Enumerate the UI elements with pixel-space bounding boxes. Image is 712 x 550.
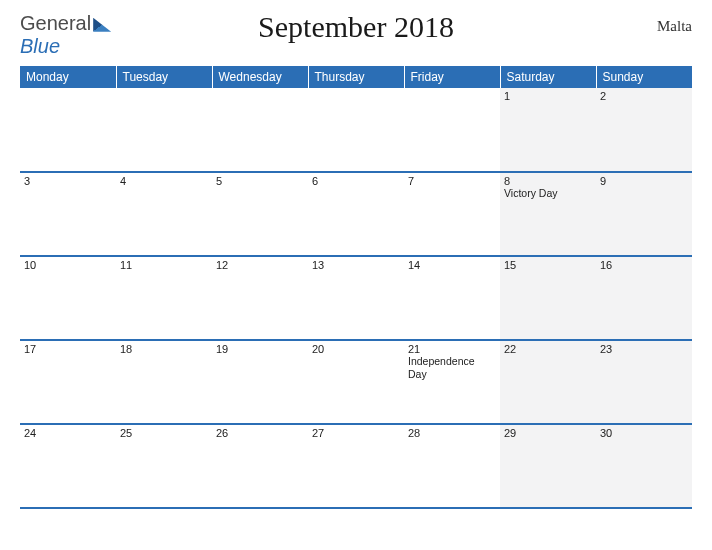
day-number: 11: [120, 259, 208, 271]
calendar-week-row: 1718192021Independence Day2223: [20, 340, 692, 424]
calendar-title: September 2018: [20, 10, 692, 44]
calendar-day-cell: 5: [212, 172, 308, 256]
day-number: 5: [216, 175, 304, 187]
day-number: 30: [600, 427, 688, 439]
calendar-day-cell: 16: [596, 256, 692, 340]
calendar-day-cell: 11: [116, 256, 212, 340]
day-number: 1: [504, 90, 592, 102]
weekday-header: Sunday: [596, 66, 692, 88]
calendar-day-cell: 29: [500, 424, 596, 508]
calendar-day-cell: [212, 88, 308, 172]
calendar-week-row: 12: [20, 88, 692, 172]
calendar-day-cell: 24: [20, 424, 116, 508]
day-event: Independence Day: [408, 355, 496, 380]
calendar-day-cell: 10: [20, 256, 116, 340]
day-number: 15: [504, 259, 592, 271]
calendar-grid: MondayTuesdayWednesdayThursdayFridaySatu…: [20, 66, 692, 509]
calendar-day-cell: 30: [596, 424, 692, 508]
calendar-week-row: 24252627282930: [20, 424, 692, 508]
calendar-day-cell: 20: [308, 340, 404, 424]
day-number: 29: [504, 427, 592, 439]
weekday-header: Monday: [20, 66, 116, 88]
calendar-day-cell: 8Victory Day: [500, 172, 596, 256]
calendar-day-cell: 7: [404, 172, 500, 256]
day-number: 9: [600, 175, 688, 187]
calendar-day-cell: 23: [596, 340, 692, 424]
day-number: 8: [504, 175, 592, 187]
calendar-body: 12345678Victory Day910111213141516171819…: [20, 88, 692, 508]
day-number: 23: [600, 343, 688, 355]
day-number: 6: [312, 175, 400, 187]
calendar-header: General Blue September 2018 Malta: [20, 10, 692, 60]
calendar-day-cell: 25: [116, 424, 212, 508]
day-number: 24: [24, 427, 112, 439]
calendar-day-cell: [116, 88, 212, 172]
weekday-header: Friday: [404, 66, 500, 88]
day-number: 16: [600, 259, 688, 271]
calendar-region: Malta: [657, 18, 692, 35]
calendar-day-cell: 18: [116, 340, 212, 424]
weekday-header: Wednesday: [212, 66, 308, 88]
calendar-day-cell: 1: [500, 88, 596, 172]
day-number: 21: [408, 343, 496, 355]
calendar-day-cell: 28: [404, 424, 500, 508]
day-number: 26: [216, 427, 304, 439]
day-number: 4: [120, 175, 208, 187]
weekday-header: Tuesday: [116, 66, 212, 88]
day-number: 3: [24, 175, 112, 187]
day-number: 17: [24, 343, 112, 355]
day-number: 22: [504, 343, 592, 355]
weekday-header-row: MondayTuesdayWednesdayThursdayFridaySatu…: [20, 66, 692, 88]
calendar-week-row: 345678Victory Day9: [20, 172, 692, 256]
day-number: 27: [312, 427, 400, 439]
calendar-day-cell: 12: [212, 256, 308, 340]
weekday-header: Thursday: [308, 66, 404, 88]
calendar-day-cell: 3: [20, 172, 116, 256]
calendar-day-cell: 26: [212, 424, 308, 508]
day-number: 28: [408, 427, 496, 439]
day-number: 20: [312, 343, 400, 355]
day-number: 12: [216, 259, 304, 271]
calendar-day-cell: 6: [308, 172, 404, 256]
calendar-day-cell: 21Independence Day: [404, 340, 500, 424]
calendar-day-cell: [404, 88, 500, 172]
day-number: 25: [120, 427, 208, 439]
calendar-day-cell: [308, 88, 404, 172]
day-event: Victory Day: [504, 187, 592, 200]
calendar-day-cell: 27: [308, 424, 404, 508]
day-number: 13: [312, 259, 400, 271]
day-number: 18: [120, 343, 208, 355]
calendar-week-row: 10111213141516: [20, 256, 692, 340]
calendar-day-cell: 15: [500, 256, 596, 340]
day-number: 19: [216, 343, 304, 355]
weekday-header: Saturday: [500, 66, 596, 88]
calendar-day-cell: 22: [500, 340, 596, 424]
calendar-day-cell: 17: [20, 340, 116, 424]
calendar-day-cell: 4: [116, 172, 212, 256]
day-number: 14: [408, 259, 496, 271]
day-number: 2: [600, 90, 688, 102]
day-number: 10: [24, 259, 112, 271]
calendar-day-cell: 2: [596, 88, 692, 172]
calendar-day-cell: [20, 88, 116, 172]
calendar-day-cell: 14: [404, 256, 500, 340]
calendar-day-cell: 9: [596, 172, 692, 256]
calendar-day-cell: 19: [212, 340, 308, 424]
day-number: 7: [408, 175, 496, 187]
calendar-day-cell: 13: [308, 256, 404, 340]
